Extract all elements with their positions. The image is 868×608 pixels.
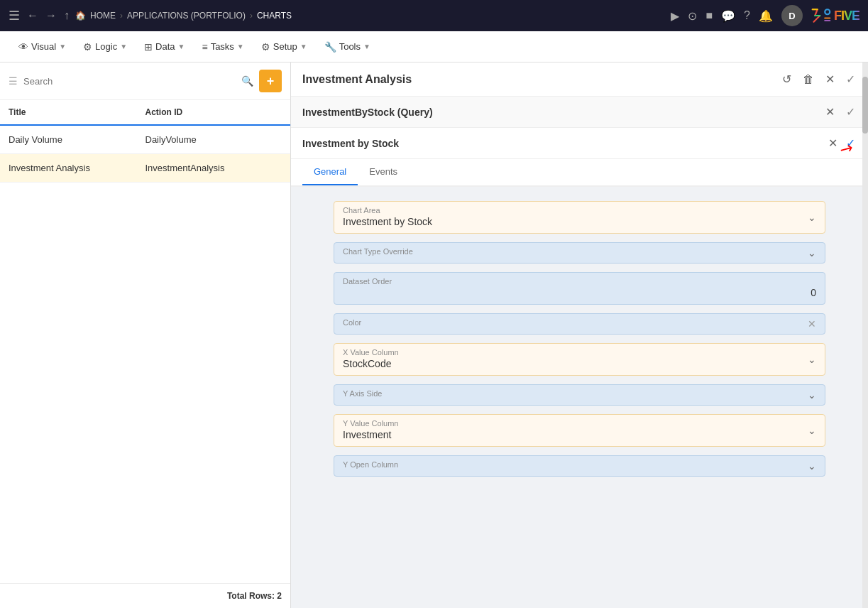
row-1-title: Investment Analysis <box>9 163 145 173</box>
nav-tasks[interactable]: ≡ Tasks ▼ <box>194 37 251 57</box>
field-chart-type-label: Chart Type Override <box>343 247 816 256</box>
field-chart-area-inner[interactable]: Chart Area Investment by Stock ⌄ <box>334 201 825 234</box>
color-clear-icon[interactable]: ✕ <box>808 318 816 330</box>
y-value-dropdown-icon[interactable]: ⌄ <box>808 425 816 436</box>
back-icon[interactable]: ← <box>27 9 38 22</box>
field-y-open-label: Y Open Column <box>343 460 816 469</box>
field-dataset-order: Dataset Order 0 <box>334 272 825 305</box>
data-icon: ⊞ <box>144 41 153 53</box>
tab-general[interactable]: General <box>302 159 358 185</box>
nav-tools-label: Tools <box>339 41 361 52</box>
nav-tasks-label: Tasks <box>211 41 234 52</box>
undo-button[interactable]: ↺ <box>781 71 793 87</box>
nav-logic-label: Logic <box>95 41 117 52</box>
nav-data-label: Data <box>155 41 175 52</box>
field-dataset-order-inner[interactable]: Dataset Order 0 <box>334 272 825 305</box>
nav-logic[interactable]: ⚙ Logic ▼ <box>76 37 134 57</box>
setup-icon: ⚙ <box>261 41 270 53</box>
x-value-dropdown-icon[interactable]: ⌄ <box>808 354 816 365</box>
scrollbar-track[interactable] <box>862 63 868 608</box>
investment-title: Investment by Stock <box>302 138 399 149</box>
chart-area-dropdown-icon[interactable]: ⌄ <box>808 212 816 223</box>
field-chart-area: Chart Area Investment by Stock ⌄ <box>334 201 825 234</box>
sub-confirm-button[interactable]: ✓ <box>845 104 857 120</box>
investment-close-button[interactable]: ✕ <box>827 135 839 151</box>
close-panel-button[interactable]: ✕ <box>824 71 836 87</box>
table-row[interactable]: Investment Analysis InvestmentAnalysis <box>0 154 290 183</box>
sidebar: ☰ 🔍 + Title Action ID Daily Volume Daily… <box>0 63 291 608</box>
svg-point-0 <box>825 9 830 14</box>
y-axis-dropdown-icon[interactable]: ⌄ <box>808 389 816 401</box>
field-y-open-column-inner[interactable]: Y Open Column ⌄ <box>334 455 825 477</box>
nav-data[interactable]: ⊞ Data ▼ <box>137 37 192 57</box>
nav-setup-label: Setup <box>273 41 297 52</box>
field-x-value-column-inner[interactable]: X Value Column StockCode ⌄ <box>334 343 825 376</box>
up-icon[interactable]: ↑ <box>64 9 70 22</box>
total-rows-label: Total Rows: 2 <box>227 591 282 601</box>
sub-panel-title: InvestmentByStock (Query) <box>302 107 433 118</box>
field-y-axis-side-inner[interactable]: Y Axis Side ⌄ <box>334 384 825 406</box>
tabs: General Events <box>291 159 868 186</box>
row-0-title: Daily Volume <box>9 134 145 145</box>
confirm-button[interactable]: ✓ <box>845 71 857 87</box>
breadcrumb-charts[interactable]: CHARTS <box>257 11 292 21</box>
investment-confirm-button[interactable]: ✓ <box>845 135 857 151</box>
help-icon[interactable]: ? <box>744 9 750 22</box>
col-action-id: Action ID <box>145 107 282 117</box>
stop-icon[interactable]: ■ <box>705 9 713 22</box>
breadcrumb-home[interactable]: HOME <box>90 11 116 21</box>
setup-arrow: ▼ <box>300 43 307 50</box>
breadcrumb-applications[interactable]: APPLICATIONS (PORTFOLIO) <box>127 11 246 21</box>
tools-arrow: ▼ <box>363 43 370 50</box>
nav-visual[interactable]: 👁 Visual ▼ <box>11 37 73 57</box>
investment-section: Investment by Stock ✕ ✓ ↗ General Events <box>291 128 868 187</box>
panel-header: Investment Analysis ↺ 🗑 ✕ ✓ <box>291 63 868 97</box>
visual-icon: 👁 <box>18 41 28 53</box>
delete-button[interactable]: 🗑 <box>801 72 815 87</box>
field-y-axis-label: Y Axis Side <box>343 389 816 398</box>
nav-setup[interactable]: ⚙ Setup ▼ <box>254 37 314 57</box>
field-chart-type-override-inner[interactable]: Chart Type Override ⌄ <box>334 242 825 264</box>
sub-close-button[interactable]: ✕ <box>824 104 836 120</box>
row-1-action-id: InvestmentAnalysis <box>145 163 282 173</box>
field-dataset-order-value: 0 <box>343 287 816 298</box>
field-chart-area-label: Chart Area <box>343 206 816 215</box>
second-nav: 👁 Visual ▼ ⚙ Logic ▼ ⊞ Data ▼ ≡ Tasks ▼ … <box>0 31 868 63</box>
field-x-value-label: X Value Column <box>343 348 816 357</box>
tasks-arrow: ▼ <box>237 43 244 50</box>
chart-type-dropdown-icon[interactable]: ⌄ <box>808 247 816 259</box>
add-button[interactable]: + <box>259 70 282 92</box>
form-content: Chart Area Investment by Stock ⌄ Chart T… <box>291 187 868 608</box>
forward-icon[interactable]: → <box>45 9 57 22</box>
sidebar-search-bar: ☰ 🔍 + <box>0 63 290 100</box>
main-layout: ☰ 🔍 + Title Action ID Daily Volume Daily… <box>0 63 868 608</box>
chat-icon[interactable]: 💬 <box>721 9 735 23</box>
table-header: Title Action ID <box>0 100 290 126</box>
tasks-icon: ≡ <box>202 41 207 53</box>
y-open-dropdown-icon[interactable]: ⌄ <box>808 460 816 472</box>
table-row[interactable]: Daily Volume DailyVolume <box>0 126 290 154</box>
scrollbar-thumb[interactable] <box>862 77 868 134</box>
field-color: Color ✕ <box>334 313 825 335</box>
field-x-value-column: X Value Column StockCode ⌄ <box>334 343 825 376</box>
bell-icon[interactable]: 🔔 <box>759 9 773 23</box>
field-y-value-column: Y Value Column Investment ⌄ <box>334 414 825 447</box>
nav-tools[interactable]: 🔧 Tools ▼ <box>317 37 378 57</box>
filter-icon: ☰ <box>9 75 18 87</box>
content-area: Investment Analysis ↺ 🗑 ✕ ✓ InvestmentBy… <box>291 63 868 608</box>
five-logo-svg <box>811 7 831 24</box>
field-dataset-order-label: Dataset Order <box>343 277 816 286</box>
search-icon[interactable]: ⊙ <box>688 9 697 23</box>
investment-header: Investment by Stock ✕ ✓ <box>291 128 868 159</box>
hamburger-icon[interactable]: ☰ <box>9 8 20 23</box>
avatar[interactable]: D <box>781 5 803 26</box>
search-icon[interactable]: 🔍 <box>241 75 253 87</box>
play-icon[interactable]: ▶ <box>671 9 679 23</box>
search-input[interactable] <box>23 76 236 87</box>
tab-events[interactable]: Events <box>358 159 409 185</box>
field-color-inner[interactable]: Color ✕ <box>334 313 825 335</box>
data-arrow: ▼ <box>178 43 185 50</box>
home-icon[interactable]: 🏠 <box>75 11 86 21</box>
field-y-value-column-inner[interactable]: Y Value Column Investment ⌄ <box>334 414 825 447</box>
breadcrumb-sep-2: › <box>250 11 253 21</box>
